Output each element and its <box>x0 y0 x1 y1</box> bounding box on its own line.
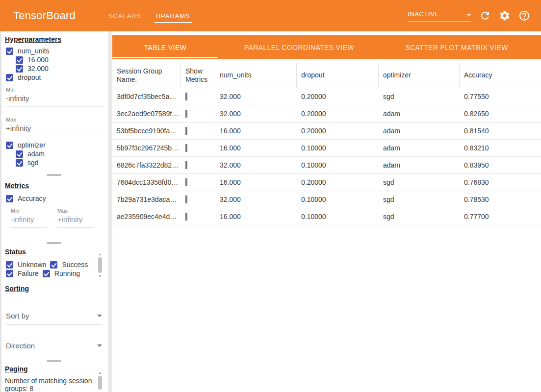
metrics-minmax-row: Min Max <box>11 208 108 227</box>
accuracy-checkbox[interactable] <box>6 195 13 202</box>
metric-max-input[interactable] <box>57 214 94 227</box>
hparam-row-optimizer: optimizer <box>6 141 108 149</box>
paging-heading: Paging <box>5 365 108 373</box>
status-option-failure: Failure <box>6 269 39 278</box>
status-failure-checkbox[interactable] <box>6 270 13 277</box>
tab-hparams[interactable]: HPARAMS <box>149 0 198 31</box>
show-metrics-checkbox[interactable] <box>185 196 187 203</box>
hparam-value-row: sgd <box>16 158 108 167</box>
accuracy-value: 0.82650 <box>460 110 541 118</box>
num-units-value: 32.000 <box>215 110 297 118</box>
help-icon <box>518 10 530 22</box>
panel-resize-handle[interactable] <box>47 174 61 176</box>
hparam-row-dropout: dropout <box>6 73 108 82</box>
optimizer-value: adam <box>379 110 460 118</box>
show-metrics-checkbox[interactable] <box>185 93 187 100</box>
show-metrics-checkbox[interactable] <box>185 178 187 186</box>
hparam-value-row: 16.000 <box>16 55 108 64</box>
status-heading: Status <box>5 248 108 256</box>
refresh-button[interactable] <box>479 10 491 22</box>
show-metrics-cell <box>181 93 215 100</box>
show-metrics-cell <box>181 127 215 135</box>
app-title: TensorBoard <box>13 9 76 22</box>
optimizer-value: sgd <box>379 93 460 100</box>
min-label: Min <box>11 208 48 214</box>
num-units-value: 32.000 <box>215 196 297 203</box>
num-units-16-checkbox[interactable] <box>16 56 23 64</box>
num-units-value: 32.000 <box>215 161 297 169</box>
direction-select[interactable]: Direction <box>6 342 102 354</box>
optimizer-value: adam <box>379 144 460 152</box>
optimizer-sgd-checkbox[interactable] <box>16 159 23 167</box>
optimizer-adam-checkbox[interactable] <box>16 150 23 158</box>
status-scrollbar[interactable]: ▲ ▼ <box>98 252 103 280</box>
tab-scatter-plot-matrix-view[interactable]: SCATTER PLOT MATRIX VIEW <box>380 35 533 59</box>
panel-resize-handle[interactable] <box>47 242 61 244</box>
chevron-down-icon <box>97 315 102 317</box>
chevron-down-icon <box>97 344 102 347</box>
dropout-value: 0.10000 <box>297 213 379 220</box>
reload-status-select[interactable]: INACTIVE <box>408 10 471 22</box>
tab-scalars[interactable]: SCALARS <box>101 0 149 31</box>
hparam-row-num-units: num_units <box>6 47 108 55</box>
optimizer-value: sgd <box>379 178 460 186</box>
status-success-checkbox[interactable] <box>50 261 57 269</box>
table-header: Session Group Name. Show Metrics num_uni… <box>112 63 541 88</box>
status-failure-label: Failure <box>18 270 39 277</box>
sort-by-select[interactable]: Sort by <box>6 312 102 324</box>
dropout-value: 0.20000 <box>297 178 379 186</box>
col-accuracy: Accuracy <box>460 63 541 88</box>
sidebar-scrollbar-track[interactable] <box>0 31 1 392</box>
scroll-up-icon[interactable]: ▲ <box>99 370 102 375</box>
sorting-section: Sorting Sort by Direction <box>0 285 108 362</box>
optimizer-checkbox[interactable] <box>6 142 13 149</box>
metrics-section: Metrics Accuracy Min Max <box>0 182 108 244</box>
show-metrics-checkbox[interactable] <box>185 213 187 220</box>
metric-min-input[interactable] <box>11 214 48 227</box>
session-group-name: ae235909ec4e4d… <box>112 213 181 220</box>
paging-scrollbar[interactable]: ▲ <box>98 370 103 392</box>
show-metrics-checkbox[interactable] <box>185 127 187 135</box>
scroll-down-icon[interactable]: ▼ <box>99 274 102 278</box>
panel-divider <box>108 31 112 392</box>
dropout-max-field: Max <box>6 117 102 136</box>
col-show-metrics: Show Metrics <box>181 63 215 88</box>
accuracy-value: 0.77550 <box>460 93 541 100</box>
show-metrics-checkbox[interactable] <box>185 110 187 118</box>
session-groups-table: Session Group Name. Show Metrics num_uni… <box>112 63 541 225</box>
panel-resize-handle[interactable] <box>47 360 61 362</box>
settings-button[interactable] <box>499 10 511 22</box>
dropout-max-input[interactable] <box>6 122 102 136</box>
tab-table-view[interactable]: TABLE VIEW <box>112 35 218 59</box>
show-metrics-checkbox[interactable] <box>185 144 187 152</box>
status-unknown-label: Unknown <box>18 261 46 269</box>
dropout-value: 0.10000 <box>297 161 379 169</box>
scrollbar-thumb[interactable] <box>98 376 102 390</box>
session-group-name: 7684dcc13358fd0… <box>112 178 181 186</box>
table-row: 3ec2aed9e07589f… 32.000 0.20000 adam 0.8… <box>112 105 541 122</box>
scroll-up-icon[interactable]: ▲ <box>99 252 102 256</box>
status-unknown-checkbox[interactable] <box>6 261 13 269</box>
optimizer-label: optimizer <box>18 141 46 149</box>
refresh-icon <box>479 10 491 22</box>
session-group-name: 6826c7fa3322d82… <box>112 161 181 169</box>
dropout-value: 0.10000 <box>297 144 379 152</box>
scrollbar-thumb[interactable] <box>98 257 102 273</box>
session-group-name: 3df0d7cf35bec5a… <box>112 93 181 100</box>
sorting-heading: Sorting <box>5 285 108 293</box>
metric-row-accuracy: Accuracy <box>6 194 108 203</box>
show-metrics-checkbox[interactable] <box>185 161 187 169</box>
help-button[interactable] <box>518 10 530 22</box>
sidebar: Hyperparameters num_units 16.000 32.000 … <box>0 31 108 392</box>
accuracy-value: 0.77700 <box>460 213 541 220</box>
dropout-value: 0.20000 <box>297 127 379 135</box>
num-units-checkbox[interactable] <box>6 48 13 55</box>
dropout-label: dropout <box>18 74 41 81</box>
dropout-checkbox[interactable] <box>6 74 13 81</box>
num-units-32-checkbox[interactable] <box>16 65 23 73</box>
tab-parallel-coordinates-view[interactable]: PARALLEL COORDINATES VIEW <box>218 35 380 59</box>
dropout-min-input[interactable] <box>6 93 102 106</box>
status-running-checkbox[interactable] <box>43 270 50 277</box>
table-row: ae235909ec4e4d… 16.000 0.10000 sgd 0.777… <box>112 208 541 225</box>
optimizer-adam-label: adam <box>27 150 45 158</box>
